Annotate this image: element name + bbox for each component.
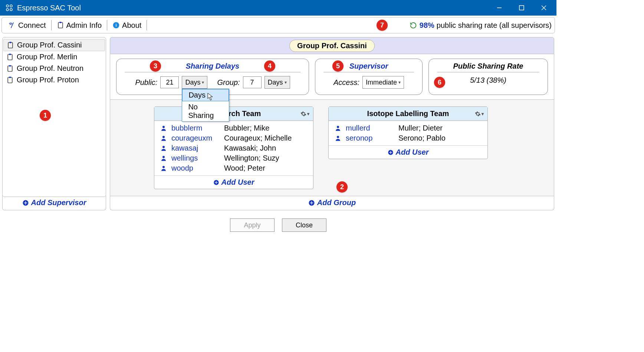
plus-icon — [388, 149, 394, 155]
supervisor-access-select[interactable]: Immediate ▾ — [362, 76, 404, 89]
user-icon — [160, 135, 167, 142]
sidebar-item-neutron[interactable]: Group Prof. Neutron — [3, 63, 105, 74]
gear-icon — [475, 111, 481, 117]
titlebar: Espresso SAC Tool — [0, 0, 556, 16]
svg-point-25 — [162, 146, 165, 148]
separator — [147, 20, 147, 30]
team-name: Isotope Labelling Team — [367, 109, 449, 118]
apply-button[interactable]: Apply — [230, 218, 275, 232]
user-icon — [160, 125, 167, 132]
user-row[interactable]: woodpWood; Peter — [160, 163, 307, 173]
about-label: About — [122, 21, 141, 30]
clipboard-icon — [6, 76, 14, 84]
user-id: courageuxm — [171, 134, 220, 142]
connect-button[interactable]: Connect — [5, 20, 50, 30]
public-sharing-rate-panel: Public Sharing Rate 5/13 (38%) 6 — [428, 59, 548, 95]
add-group-label: Add Group — [317, 198, 356, 207]
unit-option-nosharing[interactable]: No Sharing — [182, 101, 229, 121]
svg-rect-5 — [519, 6, 524, 10]
group-unit-select[interactable]: Days ▾ — [264, 76, 290, 89]
chevron-down-icon: ▾ — [202, 80, 204, 85]
info-icon: i — [112, 22, 120, 29]
add-user-button[interactable]: Add User — [154, 175, 313, 189]
team-body: mullerdMuller; DieterseronopSerono; Pabl… — [329, 121, 487, 145]
sidebar-item-label: Group Prof. Merlin — [17, 53, 77, 61]
user-id: woodp — [171, 164, 220, 172]
admin-info-button[interactable]: Admin Info — [53, 20, 106, 30]
svg-point-0 — [6, 5, 9, 7]
user-name: Serono; Pablo — [398, 134, 446, 142]
team-settings-button[interactable]: ▾ — [300, 111, 309, 117]
user-id: seronop — [346, 134, 394, 142]
add-user-button[interactable]: Add User — [329, 145, 487, 159]
public-unit-select[interactable]: Days ▾ Days No Sharing — [182, 76, 207, 89]
about-button[interactable]: i About — [109, 20, 145, 30]
separator — [107, 20, 107, 30]
user-row[interactable]: wellingsWellington; Suzy — [160, 153, 307, 163]
close-button[interactable] — [533, 0, 555, 16]
supervisor-access-label: Access: — [334, 78, 359, 87]
sidebar-item-label: Group Prof. Neutron — [17, 64, 83, 73]
sharing-delays-panel: Sharing Delays Public: Days ▾ Days No Sh… — [116, 59, 309, 95]
annotation-5: 5 — [332, 60, 344, 72]
add-user-label: Add User — [221, 178, 254, 187]
close-dialog-button[interactable]: Close — [282, 218, 326, 232]
team-header: Isotope Labelling Team ▾ — [329, 107, 487, 121]
add-group-button[interactable]: Add Group — [110, 195, 554, 210]
svg-point-3 — [10, 9, 12, 11]
teams-area: Research Team ▾ bubblermBubbler; Mikecou… — [110, 99, 554, 196]
user-row[interactable]: seronopSerono; Pablo — [335, 133, 482, 143]
svg-rect-16 — [8, 66, 12, 71]
footer: Apply Close — [0, 213, 556, 238]
minimize-button[interactable] — [488, 0, 510, 16]
user-row[interactable]: kawasajKawasaki; John — [160, 143, 307, 153]
svg-point-27 — [162, 166, 165, 168]
user-row[interactable]: mullerdMuller; Dieter — [335, 123, 482, 133]
team-body: bubblermBubbler; MikecourageuxmCourageux… — [154, 121, 313, 175]
group-header: Group Prof. Cassini — [110, 37, 554, 54]
user-row[interactable]: bubblermBubbler; Mike — [160, 123, 307, 133]
group-title-chip: Group Prof. Cassini — [289, 40, 375, 52]
svg-rect-15 — [9, 53, 11, 55]
sidebar-item-merlin[interactable]: Group Prof. Merlin — [3, 51, 105, 63]
user-name: Courageux; Michelle — [224, 134, 292, 142]
user-icon — [335, 125, 341, 132]
plus-icon — [22, 200, 29, 206]
add-supervisor-button[interactable]: Add Supervisor — [2, 195, 106, 210]
svg-rect-12 — [8, 42, 13, 48]
maximize-button[interactable] — [510, 0, 533, 16]
chevron-down-icon: ▾ — [285, 80, 287, 85]
svg-point-31 — [337, 126, 339, 128]
chevron-down-icon: ▾ — [482, 111, 484, 116]
annotation-7: 7 — [377, 20, 388, 31]
global-share-rate: 98% public sharing rate (all supervisors… — [409, 21, 552, 30]
user-icon — [160, 155, 167, 162]
global-share-pct: 98% — [420, 21, 434, 30]
svg-rect-8 — [58, 23, 63, 28]
clipboard-icon — [6, 65, 14, 72]
team-header: Research Team ▾ — [154, 107, 313, 121]
refresh-icon[interactable] — [409, 21, 417, 29]
team-card-isotope: Isotope Labelling Team ▾ mullerdMuller; … — [328, 106, 488, 159]
unit-option-days[interactable]: Days — [182, 89, 229, 101]
user-name: Wellington; Suzy — [224, 154, 279, 162]
annotation-2: 2 — [336, 181, 348, 193]
supervisor-access-value: Immediate — [366, 79, 397, 86]
group-unit-value: Days — [268, 79, 283, 86]
user-row[interactable]: courageuxmCourageux; Michelle — [160, 133, 307, 143]
svg-rect-18 — [8, 77, 12, 83]
svg-point-32 — [337, 136, 339, 138]
plus-icon — [308, 200, 315, 206]
public-label: Public: — [135, 78, 157, 87]
user-icon — [160, 145, 167, 152]
team-settings-button[interactable]: ▾ — [475, 111, 484, 117]
group-label: Group: — [217, 78, 240, 87]
clipboard-icon — [57, 22, 64, 29]
unit-dropdown: Days No Sharing — [182, 89, 229, 122]
sidebar-item-cassini[interactable]: Group Prof. Cassini — [3, 39, 105, 51]
svg-point-26 — [162, 156, 165, 158]
group-value-input[interactable] — [243, 76, 262, 88]
public-unit-value: Days — [185, 79, 200, 86]
public-value-input[interactable] — [160, 76, 179, 88]
sidebar-item-proton[interactable]: Group Prof. Proton — [3, 74, 105, 86]
